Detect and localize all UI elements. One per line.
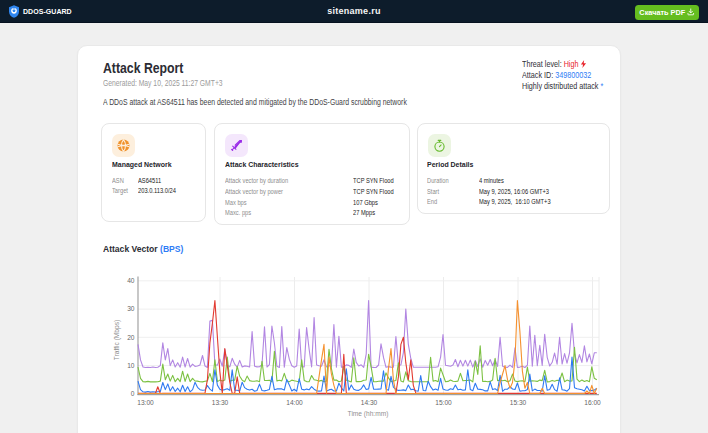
svg-text:13:30: 13:30	[212, 399, 229, 406]
svg-text:40: 40	[127, 277, 135, 284]
svg-text:15:00: 15:00	[435, 399, 452, 406]
svg-text:16:00: 16:00	[584, 399, 601, 406]
svg-text:0: 0	[131, 390, 135, 397]
svg-text:14:00: 14:00	[286, 399, 303, 406]
svg-text:30: 30	[127, 305, 135, 312]
svg-text:13:00: 13:00	[137, 399, 154, 406]
svg-text:Time (hh:mm): Time (hh:mm)	[348, 410, 389, 418]
svg-text:15:30: 15:30	[510, 399, 527, 406]
svg-text:10: 10	[127, 362, 135, 369]
svg-text:Traffic (Mbps): Traffic (Mbps)	[113, 320, 121, 360]
svg-text:14:30: 14:30	[361, 399, 378, 406]
svg-text:20: 20	[127, 334, 135, 341]
